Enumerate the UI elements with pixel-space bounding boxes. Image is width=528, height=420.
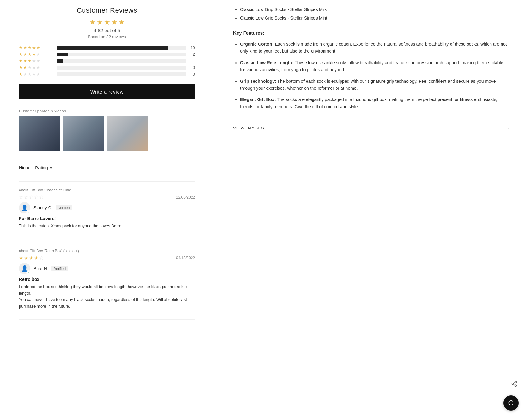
review-about-prefix-1: about [19, 188, 29, 192]
share-button[interactable] [511, 381, 517, 389]
variant-item-2: Classic Low Grip Socks - Stellar Stripes… [240, 15, 509, 21]
feature-bold-4: Elegant Gift Box: [240, 97, 276, 102]
verified-label-1: Verified [56, 205, 72, 210]
chat-bubble-button[interactable]: G [503, 395, 519, 411]
review-about-1: about Gift Box 'Shades of Pink' [19, 188, 195, 192]
photo-2[interactable] [63, 116, 104, 151]
reviewer-row-1: 👤 ✓ Stacey C. Verified [19, 202, 195, 213]
bar-count-3: 1 [189, 59, 195, 63]
review-title-2: Retro box [19, 277, 195, 282]
bar-track-1 [57, 72, 186, 76]
avatar-2: 👤 ✓ [19, 263, 30, 274]
view-images-row[interactable]: VIEW IMAGES › [233, 120, 509, 136]
review-product-link-2[interactable]: Gift Box 'Retro Box' (sold out) [29, 249, 79, 253]
bar-row-4: ★ ★ ★ ★ ★ 2 [19, 52, 195, 57]
bar-row-3: ★ ★ ★ ★ ★ 1 [19, 59, 195, 63]
photos-title: Customer photos & videos [19, 109, 195, 113]
chat-icon: G [508, 399, 514, 407]
review-item-2: about Gift Box 'Retro Box' (sold out) ★ … [19, 249, 195, 320]
bar-row-1: ★ ★ ★ ★ ★ 0 [19, 72, 195, 77]
feature-item-2: Classic Low Rise Length: These low rise … [240, 59, 509, 73]
feature-bold-2: Classic Low Rise Length: [240, 60, 294, 65]
overall-rating: ★ ★ ★ ★ ★ 4.82 out of 5 Based on 22 revi… [19, 18, 195, 39]
reviewer-row-2: 👤 ✓ Briar N. Verified [19, 263, 195, 274]
chevron-right-icon: › [508, 125, 509, 131]
customer-photos-section: Customer photos & videos [19, 109, 195, 151]
share-icon [511, 382, 517, 388]
review-about-prefix-2: about [19, 249, 29, 253]
photos-row [19, 116, 195, 151]
bar-stars-3: ★ ★ ★ ★ ★ [19, 59, 54, 63]
based-on-text: Based on 22 reviews [88, 34, 126, 39]
review-product-link-1[interactable]: Gift Box 'Shades of Pink' [29, 188, 71, 192]
bar-track-3 [57, 59, 186, 63]
reviewer-name-2: Briar N. [33, 266, 48, 271]
write-review-button[interactable]: Write a review [19, 84, 195, 99]
key-features-section: Key Features: Organic Cotton: Each sock … [233, 30, 509, 110]
verified-label-2: Verified [51, 266, 68, 271]
rating-bars: ★ ★ ★ ★ ★ 19 ★ ★ ★ ★ ★ [19, 45, 195, 77]
svg-line-3 [513, 384, 515, 385]
reviews-title: Customer Reviews [19, 6, 195, 14]
review-title-1: For Barre Lovers! [19, 216, 195, 221]
feature-item-3: Grip Technology: The bottom of each sock… [240, 78, 509, 92]
reviewer-name-1: Stacey C. [33, 205, 53, 210]
variants-ul: Classic Low Grip Socks - Stellar Stripes… [233, 6, 509, 21]
feature-text-3: The bottom of each sock is equipped with… [240, 79, 496, 91]
bar-stars-5: ★ ★ ★ ★ ★ [19, 45, 54, 50]
review-body-1: This is the cutest Xmas pack for anyone … [19, 223, 195, 230]
feature-text-4: The socks are elegantly packaged in a lu… [240, 97, 497, 109]
bar-fill-5 [57, 46, 168, 50]
feature-item-1: Organic Cotton: Each sock is made from o… [240, 41, 509, 55]
bar-count-1: 0 [189, 72, 195, 77]
bar-stars-2: ★ ★ ★ ★ ★ [19, 65, 54, 70]
photo-3[interactable] [107, 116, 148, 151]
view-images-label[interactable]: VIEW IMAGES [233, 126, 264, 130]
bar-track-2 [57, 66, 186, 70]
review-meta-2: ★ ★ ★ ★ ☆ 04/13/2022 [19, 255, 195, 261]
bar-row-2: ★ ★ ★ ★ ★ 0 [19, 65, 195, 70]
sort-label[interactable]: Highest Rating [19, 165, 48, 170]
verified-badge-2: ✓ [26, 270, 31, 275]
right-column: Classic Low Grip Socks - Stellar Stripes… [214, 0, 528, 420]
left-column: Customer Reviews ★ ★ ★ ★ ★ 4.82 out of 5… [0, 0, 214, 420]
review-stars-2: ★ ★ ★ ★ ☆ [19, 255, 43, 261]
star-3: ★ [104, 18, 110, 26]
feature-item-4: Elegant Gift Box: The socks are elegantl… [240, 96, 509, 110]
sort-row[interactable]: Highest Rating ∨ [19, 165, 195, 175]
review-body-2: I ordered the box set thinking they woul… [19, 284, 195, 310]
star-4: ★ [111, 18, 118, 26]
photo-1[interactable] [19, 116, 60, 151]
chevron-down-icon: ∨ [50, 166, 52, 170]
feature-bold-3: Grip Technology: [240, 79, 276, 84]
bar-stars-1: ★ ★ ★ ★ ★ [19, 72, 54, 77]
bar-row-5: ★ ★ ★ ★ ★ 19 [19, 45, 195, 50]
divider-2 [19, 181, 195, 182]
avatar-1: 👤 ✓ [19, 202, 30, 213]
feature-text-1: Each sock is made from organic cotton. E… [240, 42, 507, 54]
reviews-header: Customer Reviews ★ ★ ★ ★ ★ 4.82 out of 5… [19, 6, 195, 39]
review-stars-1: ☆ ☆ ☆ ☆ ☆ [19, 194, 43, 200]
review-item-1: about Gift Box 'Shades of Pink' ☆ ☆ ☆ ☆ … [19, 188, 195, 239]
review-meta-1: ☆ ☆ ☆ ☆ ☆ 12/06/2022 [19, 194, 195, 200]
review-about-2: about Gift Box 'Retro Box' (sold out) [19, 249, 195, 253]
variant-item-1: Classic Low Grip Socks - Stellar Stripes… [240, 6, 509, 13]
features-list: Organic Cotton: Each sock is made from o… [233, 41, 509, 110]
bar-track-5 [57, 46, 186, 50]
divider-1 [19, 159, 195, 159]
bar-fill-4 [57, 53, 68, 56]
feature-bold-1: Organic Cotton: [240, 42, 274, 47]
star-1: ★ [89, 18, 96, 26]
overall-stars: ★ ★ ★ ★ ★ [89, 18, 125, 26]
rating-text: 4.82 out of 5 [94, 28, 120, 33]
bar-count-4: 2 [189, 52, 195, 57]
star-5: ★ [118, 18, 125, 26]
bar-track-4 [57, 53, 186, 56]
bar-count-2: 0 [189, 65, 195, 70]
verified-badge-1: ✓ [26, 210, 31, 214]
review-date-2: 04/13/2022 [176, 256, 195, 260]
review-date-1: 12/06/2022 [176, 195, 195, 200]
key-features-title: Key Features: [233, 30, 509, 36]
bar-stars-4: ★ ★ ★ ★ ★ [19, 52, 54, 57]
bar-count-5: 19 [189, 45, 195, 50]
